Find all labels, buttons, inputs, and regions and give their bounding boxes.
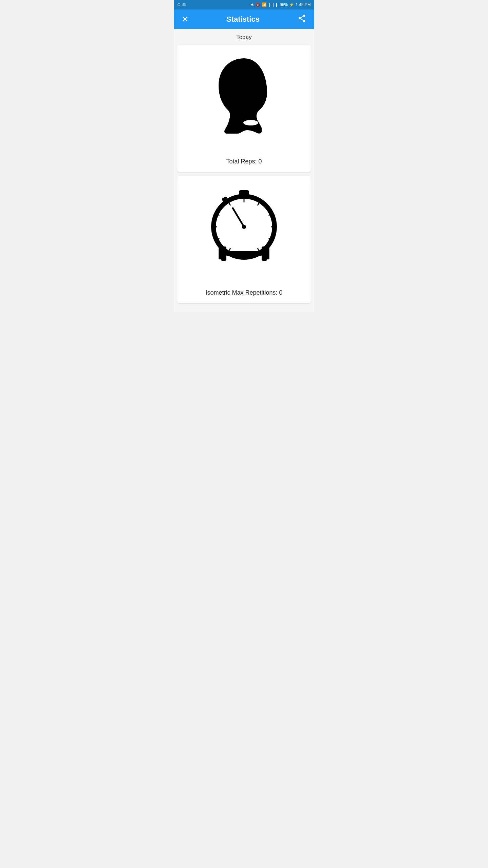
status-bar: ⊙ ✉ ✱ 🔇 📶 ❙❙❙ 96% ⚡ 1:45 PM [174,0,314,9]
svg-rect-2 [239,190,249,196]
isometric-reps-card: Isometric Max Repetitions: 0 [177,176,311,303]
circle-icon: ⊙ [177,2,181,7]
status-left: ⊙ ✉ [177,2,186,7]
share-button[interactable] [296,12,308,26]
mail-icon: ✉ [182,2,186,7]
battery-percent: 96% [280,2,288,7]
main-content: Today Total Reps: 0 [174,29,314,312]
svg-line-11 [229,248,230,251]
close-icon: ✕ [182,15,188,24]
date-label: Today [177,34,311,41]
total-reps-card: Total Reps: 0 [177,45,311,172]
close-button[interactable]: ✕ [180,13,190,26]
share-icon [298,15,306,24]
isometric-reps-label: Isometric Max Repetitions: 0 [205,289,282,296]
head-silhouette-icon [207,52,281,153]
total-reps-label: Total Reps: 0 [226,158,262,165]
svg-point-0 [243,120,258,125]
wifi-icon: 📶 [262,2,267,7]
svg-point-17 [242,225,246,229]
svg-line-15 [229,202,230,205]
status-right: ✱ 🔇 📶 ❙❙❙ 96% ⚡ 1:45 PM [250,2,311,7]
toolbar: ✕ Statistics [174,9,314,29]
bluetooth-icon: ✱ [250,2,254,7]
svg-rect-20 [226,251,262,256]
mute-icon: 🔇 [255,2,260,7]
stopwatch-dumbbell-icon [200,183,288,284]
svg-line-16 [233,208,244,227]
svg-rect-22 [265,248,269,259]
svg-rect-19 [219,248,223,259]
svg-line-5 [258,202,259,205]
signal-icon: ❙❙❙ [268,2,278,7]
battery-icon: ⚡ [289,2,294,7]
svg-line-9 [258,248,259,251]
time: 1:45 PM [296,2,311,7]
page-title: Statistics [226,15,260,24]
